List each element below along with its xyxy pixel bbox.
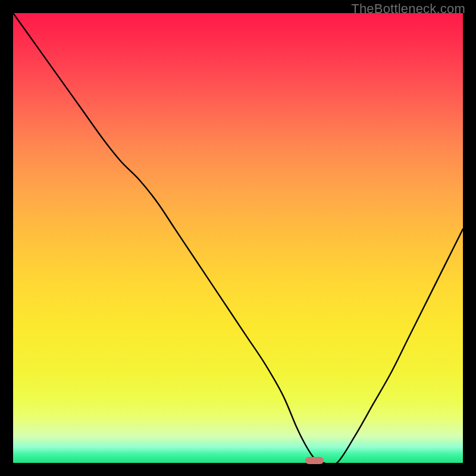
- chart-plot-area: [13, 13, 463, 463]
- optimum-marker: [305, 457, 324, 464]
- chart-frame: TheBottleneck.com: [0, 0, 476, 476]
- bottleneck-curve-path: [13, 13, 463, 465]
- bottleneck-curve-svg: [13, 13, 463, 463]
